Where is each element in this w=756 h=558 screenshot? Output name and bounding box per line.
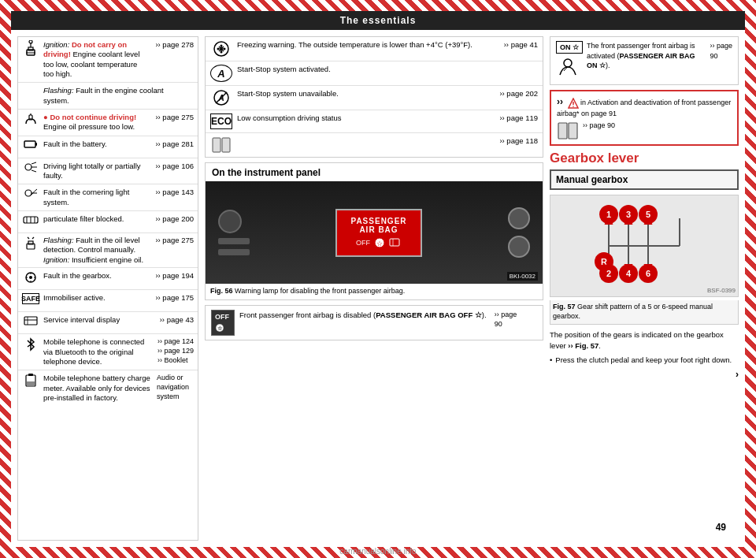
book-icon-row: ›› page 90 [557, 121, 732, 140]
battery-page: ›› page 281 [153, 140, 194, 148]
oil-level-icon [22, 236, 39, 250]
list-item: A Start-Stop system activated. [206, 61, 543, 86]
svg-rect-34 [28, 374, 33, 376]
svg-point-38 [220, 51, 223, 54]
airbag-off-page: ›› page90 [495, 310, 517, 329]
svg-point-55 [573, 106, 574, 107]
airbag-warning-box: ›› in Activation and deactivation of fro… [550, 90, 739, 146]
airbag-off-row: OFF ☆ Front passenger front airbag is di… [205, 305, 543, 341]
eco-icon: ECO [210, 113, 232, 129]
svg-rect-57 [569, 123, 577, 139]
list-item: Mobile telephone is connected via Blueto… [18, 334, 198, 370]
page-header: The essentials [11, 11, 745, 30]
svg-point-37 [220, 45, 223, 47]
airbag-on-section: ON ☆ The front passenger front airbag is… [550, 36, 739, 85]
list-item: Mobile telephone battery charge meter. A… [18, 370, 198, 406]
gearbox-fault-text: Fault in the gearbox. [43, 271, 149, 281]
bluetooth-icon [22, 337, 39, 352]
header-title: The essentials [340, 15, 417, 26]
instrument-panel-title: On the instrument panel [206, 163, 543, 181]
svg-point-40 [224, 48, 226, 50]
body-area: Ignition: Do not carry on driving! Engin… [11, 30, 745, 547]
watermark: carmanualsonline.info [339, 547, 416, 556]
svg-line-23 [32, 237, 34, 239]
svg-rect-7 [24, 141, 35, 147]
fig56-label: Fig. 56 [210, 287, 233, 295]
oil-pressure-icon [22, 113, 39, 127]
svg-rect-30 [24, 317, 37, 325]
battery-charge-text: Mobile telephone battery charge meter. A… [43, 374, 150, 403]
oil-level-page: ›› page 275 [153, 236, 194, 244]
safe-icon: SAFE [22, 293, 39, 304]
list-item: ● Do not continue driving! Engine oil pr… [18, 110, 198, 136]
battery-charge-icon [22, 374, 39, 388]
warning-box-content: ›› in Activation and deactivation of fro… [557, 95, 732, 118]
list-item: Service interval display ›› page 43 [18, 312, 198, 334]
particulate-filter-page: ›› page 200 [153, 214, 194, 223]
gearbox-section: Gearbox lever Manual gearbox [550, 151, 739, 541]
svg-rect-49 [390, 239, 399, 246]
cornering-light-icon [22, 188, 39, 199]
cornering-light-page: ›› page 143 [153, 188, 194, 196]
list-item: Fault in the battery. ›› page 281 [18, 136, 198, 158]
svg-rect-45 [222, 138, 230, 152]
gear-pattern: R 1 2 3 4 5 6 [593, 203, 695, 289]
oil-pressure-page: ›› page 275 [153, 113, 194, 121]
image-id-badge: BKI-0032 [507, 272, 538, 281]
svg-point-10 [25, 164, 32, 170]
battery-text: Fault in the battery. [43, 140, 149, 149]
airbag-off-icon: OFF ☆ [211, 310, 235, 337]
gearbox-title: Gearbox lever [550, 151, 739, 166]
instrument-caption: Fig. 56 Warning lamp for disabling the f… [206, 284, 543, 299]
svg-line-11 [32, 162, 36, 164]
main-content: The essentials Ignition: Do not carry on… [11, 11, 745, 547]
gear-position-text: The position of the gears is indicated o… [550, 329, 739, 352]
manual-gearbox-subtitle: Manual gearbox [550, 169, 739, 190]
gear-diagram: R 1 2 3 4 5 6 BSF-0399 [550, 195, 739, 297]
list-item: particulate filter blocked. ›› page 200 [18, 211, 198, 233]
service-interval-text: Service interval display [43, 315, 154, 325]
svg-text:☆: ☆ [217, 326, 223, 331]
list-item: Driving light totally or partially fault… [18, 158, 198, 185]
freezing-icon [210, 40, 232, 58]
oil-pressure-text: ● Do not continue driving! Engine oil pr… [43, 113, 149, 132]
particulate-filter-text: particulate filter blocked. [43, 214, 149, 224]
start-stop-active-desc: Start-Stop system activated. [237, 65, 533, 74]
right-column: ON ☆ The front passenger front airbag is… [550, 36, 739, 541]
svg-rect-56 [558, 123, 567, 139]
warnings-grid: Freezing warning. The outside temperatur… [205, 36, 543, 158]
immobiliser-text: Immobiliser active. [43, 293, 149, 303]
list-item: A Start-Stop system unavailable. ›› page… [206, 86, 543, 110]
particulate-filter-icon [22, 214, 39, 225]
airbag-on-page: ›› page90 [710, 41, 732, 61]
list-item: Fault in the gearbox. ›› page 194 [18, 268, 198, 290]
coolant-page: ›› page 278 [153, 40, 194, 49]
driving-light-icon [22, 162, 39, 173]
svg-rect-1 [28, 47, 33, 50]
list-item: Flashing: Fault in the oil level detecti… [18, 233, 198, 268]
gear-fig-caption: Fig. 57 Gear shift pattern of a 5 or 6-s… [550, 300, 739, 324]
svg-point-14 [25, 190, 32, 196]
list-item: Freezing warning. The outside temperatur… [206, 37, 543, 61]
svg-point-3 [29, 40, 32, 43]
coolant-warning-text: Ignition: Do not carry on driving! Engin… [43, 40, 149, 79]
oil-level-text: Flashing: Fault in the oil level detecti… [43, 236, 149, 265]
airbag-off-desc: Front passenger front airbag is disabled… [239, 310, 487, 320]
driving-light-page: ›› page 106 [153, 162, 194, 170]
service-interval-icon [22, 315, 39, 326]
bsf-label: BSF-0399 [707, 287, 736, 294]
instrument-panel-section: On the instrument panel PASSENGER [205, 162, 543, 300]
battery-icon [22, 140, 39, 149]
airbag-on-icon: ON ☆ [556, 41, 583, 80]
freezing-desc: Freezing warning. The outside temperatur… [237, 40, 499, 50]
coolant-fault-text: Flashing: Fault in the engine coolant sy… [43, 86, 187, 106]
book-page-ref: ›› page 90 [583, 121, 615, 129]
gearbox-fault-icon [22, 271, 39, 284]
left-column: Ignition: Do not carry on driving! Engin… [17, 36, 198, 541]
cornering-light-text: Fault in the cornering light system. [43, 188, 149, 207]
svg-rect-8 [35, 143, 37, 146]
coolant-level-icon [22, 40, 39, 56]
svg-line-22 [28, 237, 29, 239]
list-item: Fault in the cornering light system. ›› … [18, 184, 198, 211]
list-item: Ignition: Do not carry on driving! Engin… [18, 37, 198, 83]
